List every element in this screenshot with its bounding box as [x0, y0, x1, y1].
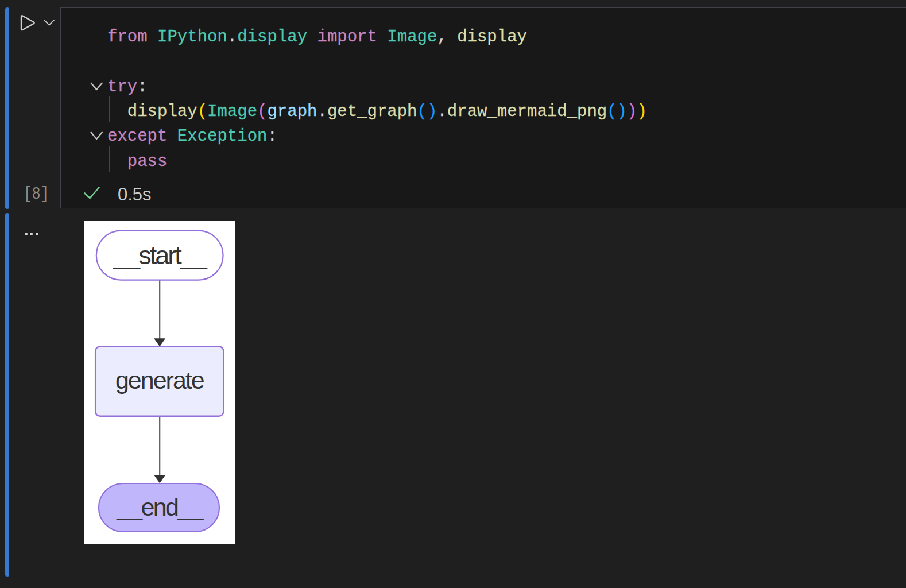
svg-text:__end__: __end__ [116, 493, 204, 521]
svg-text:generate: generate [115, 366, 203, 394]
svg-text:__start__: __start__ [113, 240, 208, 269]
